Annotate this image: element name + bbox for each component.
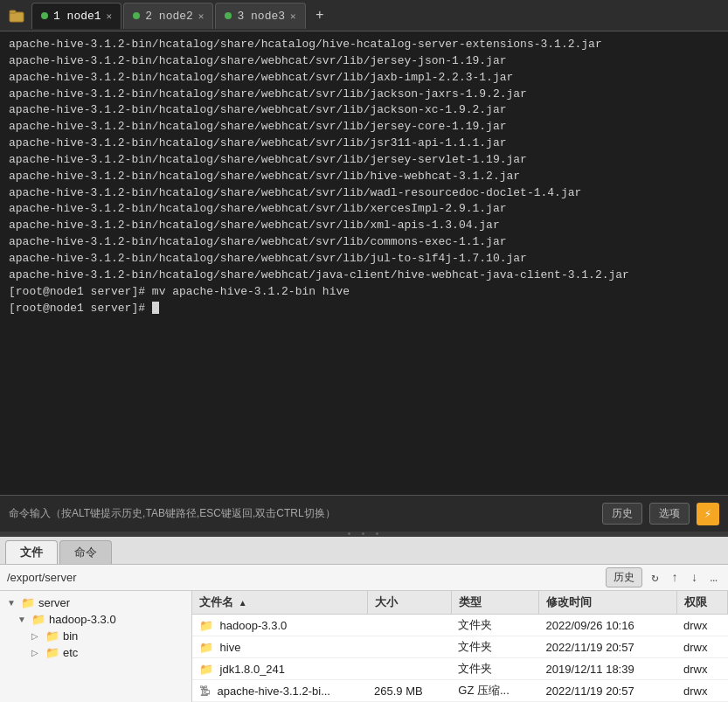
folder-icon: 📁 bbox=[21, 596, 35, 609]
tab-label: 3 node3 bbox=[237, 10, 285, 23]
history-button[interactable]: 历史 bbox=[602, 503, 642, 525]
folder-icon: 📁 bbox=[45, 646, 59, 659]
lightning-button[interactable]: ⚡ bbox=[697, 503, 719, 525]
file-row-apache-hive-gz[interactable]: 🗜 apache-hive-3.1.2-bi... 265.9 MB GZ 压缩… bbox=[192, 680, 728, 702]
terminal-line: apache-hive-3.1.2-bin/hcatalog/share/hca… bbox=[9, 37, 719, 53]
tree-expand-icon: ▼ bbox=[7, 598, 17, 608]
file-type: 文件夹 bbox=[451, 615, 538, 636]
tab-node3[interactable]: 3 node3 ✕ bbox=[215, 3, 305, 29]
fm-file-list[interactable]: 文件名 ▲ 大小 类型 修改时间 权限 📁 hadoop-3.3.0 bbox=[192, 591, 728, 702]
tab-bar: 1 node1 ✕ 2 node2 ✕ 3 node3 ✕ + bbox=[0, 0, 728, 31]
terminal-line: apache-hive-3.1.2-bin/hcatalog/share/web… bbox=[9, 53, 719, 70]
terminal-line: apache-hive-3.1.2-bin/hcatalog/share/web… bbox=[9, 185, 719, 202]
fm-tree-sidebar: ▼ 📁 server ▼ 📁 hadoop-3.3.0 ▷ 📁 bin ▷ 📁 … bbox=[0, 591, 192, 702]
terminal-line: apache-hive-3.1.2-bin/hcatalog/share/web… bbox=[9, 201, 719, 218]
tree-item-etc[interactable]: ▷ 📁 etc bbox=[0, 644, 191, 661]
tree-item-bin[interactable]: ▷ 📁 bin bbox=[0, 628, 191, 644]
terminal-line: apache-hive-3.1.2-bin/hcatalog/share/web… bbox=[9, 268, 719, 284]
folder-icon[interactable] bbox=[3, 3, 30, 29]
tree-expand-icon: ▼ bbox=[17, 615, 28, 624]
file-size bbox=[367, 636, 451, 658]
fm-table: 文件名 ▲ 大小 类型 修改时间 权限 📁 hadoop-3.3.0 bbox=[192, 591, 728, 702]
file-perm: drwx bbox=[676, 615, 727, 636]
file-row-hive[interactable]: 📁 hive 文件夹 2022/11/19 20:57 drwx bbox=[192, 636, 728, 658]
fm-refresh-icon[interactable]: ↻ bbox=[648, 568, 662, 587]
file-type: 文件夹 bbox=[451, 658, 538, 680]
tree-label: server bbox=[38, 596, 70, 609]
tree-item-server[interactable]: ▼ 📁 server bbox=[0, 594, 191, 611]
fm-upload-icon[interactable]: ↑ bbox=[668, 569, 682, 587]
command-bar: 命令输入（按ALT键提示历史,TAB键路径,ESC键返回,双击CTRL切换） 历… bbox=[0, 495, 728, 532]
fm-tab-command[interactable]: 命令 bbox=[59, 540, 112, 564]
col-size[interactable]: 大小 bbox=[367, 591, 451, 615]
file-name: 🗜 apache-hive-3.1.2-bi... bbox=[192, 680, 367, 702]
tree-label: hadoop-3.3.0 bbox=[49, 613, 116, 626]
tab-close-icon[interactable]: ✕ bbox=[290, 10, 296, 22]
tab-status-dot bbox=[225, 12, 232, 19]
file-perm: drwx bbox=[676, 658, 727, 680]
terminal-line: apache-hive-3.1.2-bin/hcatalog/share/web… bbox=[9, 251, 719, 268]
sort-asc-icon: ▲ bbox=[239, 598, 247, 608]
terminal-line: apache-hive-3.1.2-bin/hcatalog/share/web… bbox=[9, 152, 719, 169]
file-name: 📁 jdk1.8.0_241 bbox=[192, 658, 367, 680]
file-name: 📁 hive bbox=[192, 636, 367, 658]
tree-expand-icon: ▷ bbox=[31, 648, 42, 657]
terminal-line: [root@node1 server]# mv apache-hive-3.1.… bbox=[9, 284, 719, 301]
tree-expand-icon: ▷ bbox=[31, 631, 42, 641]
terminal-line: apache-hive-3.1.2-bin/hcatalog/share/web… bbox=[9, 169, 719, 185]
terminal-line: apache-hive-3.1.2-bin/hcatalog/share/web… bbox=[9, 70, 719, 87]
add-tab-button[interactable]: + bbox=[309, 5, 330, 26]
file-size bbox=[367, 615, 451, 636]
terminal-line: apache-hive-3.1.2-bin/hcatalog/share/web… bbox=[9, 119, 719, 136]
tab-status-dot bbox=[133, 12, 140, 19]
tree-label: bin bbox=[63, 629, 78, 643]
file-size bbox=[367, 658, 451, 680]
fm-main: ▼ 📁 server ▼ 📁 hadoop-3.3.0 ▷ 📁 bin ▷ 📁 … bbox=[0, 591, 728, 702]
tab-node1[interactable]: 1 node1 ✕ bbox=[31, 3, 121, 29]
tab-node2[interactable]: 2 node2 ✕ bbox=[123, 3, 213, 29]
terminal[interactable]: apache-hive-3.1.2-bin/hcatalog/share/hca… bbox=[0, 31, 728, 495]
file-modified: 2022/09/26 10:16 bbox=[538, 615, 676, 636]
command-input-hint[interactable]: 命令输入（按ALT键提示历史,TAB键路径,ESC键返回,双击CTRL切换） bbox=[9, 506, 595, 521]
col-modified[interactable]: 修改时间 bbox=[538, 591, 676, 615]
file-row-jdk[interactable]: 📁 jdk1.8.0_241 文件夹 2019/12/11 18:39 drwx bbox=[192, 658, 728, 680]
terminal-input-line: [root@node1 server]# bbox=[9, 301, 719, 317]
col-filename[interactable]: 文件名 ▲ bbox=[192, 591, 367, 615]
gz-icon: 🗜 bbox=[199, 685, 211, 698]
terminal-line: apache-hive-3.1.2-bin/hcatalog/share/web… bbox=[9, 102, 719, 119]
terminal-line: apache-hive-3.1.2-bin/hcatalog/share/web… bbox=[9, 234, 719, 251]
terminal-line: apache-hive-3.1.2-bin/hcatalog/share/web… bbox=[9, 136, 719, 152]
file-row-hadoop[interactable]: 📁 hadoop-3.3.0 文件夹 2022/09/26 10:16 drwx bbox=[192, 615, 728, 636]
fm-tab-files[interactable]: 文件 bbox=[5, 540, 58, 564]
tab-status-dot bbox=[41, 12, 48, 19]
tab-label: 1 node1 bbox=[53, 10, 101, 23]
file-type: GZ 压缩... bbox=[451, 680, 538, 702]
terminal-line: apache-hive-3.1.2-bin/hcatalog/share/web… bbox=[9, 218, 719, 234]
svg-rect-1 bbox=[10, 10, 16, 13]
tab-close-icon[interactable]: ✕ bbox=[107, 10, 113, 22]
fm-address-bar: /export/server 历史 ↻ ↑ ↓ … bbox=[0, 565, 728, 591]
options-button[interactable]: 选项 bbox=[649, 503, 690, 525]
terminal-line: apache-hive-3.1.2-bin/hcatalog/share/web… bbox=[9, 87, 719, 103]
fm-more-icon[interactable]: … bbox=[707, 569, 721, 587]
file-type: 文件夹 bbox=[451, 636, 538, 658]
tree-item-hadoop[interactable]: ▼ 📁 hadoop-3.3.0 bbox=[0, 611, 191, 628]
folder-icon: 📁 bbox=[45, 629, 59, 643]
tree-label: etc bbox=[63, 646, 78, 659]
tab-label: 2 node2 bbox=[145, 10, 193, 23]
file-perm: drwx bbox=[676, 680, 727, 702]
folder-icon: 📁 bbox=[31, 613, 45, 626]
file-size: 265.9 MB bbox=[367, 680, 451, 702]
file-name: 📁 hadoop-3.3.0 bbox=[192, 615, 367, 636]
file-modified: 2022/11/19 20:57 bbox=[538, 680, 676, 702]
col-type[interactable]: 类型 bbox=[451, 591, 538, 615]
file-modified: 2019/12/11 18:39 bbox=[538, 658, 676, 680]
fm-history-button[interactable]: 历史 bbox=[606, 567, 642, 587]
col-perm[interactable]: 权限 bbox=[676, 591, 727, 615]
fm-download-icon[interactable]: ↓ bbox=[687, 569, 701, 587]
terminal-cursor bbox=[152, 302, 159, 314]
fm-path: /export/server bbox=[7, 571, 600, 584]
folder-icon: 📁 bbox=[199, 641, 213, 654]
file-modified: 2022/11/19 20:57 bbox=[538, 636, 676, 658]
tab-close-icon[interactable]: ✕ bbox=[198, 10, 205, 22]
